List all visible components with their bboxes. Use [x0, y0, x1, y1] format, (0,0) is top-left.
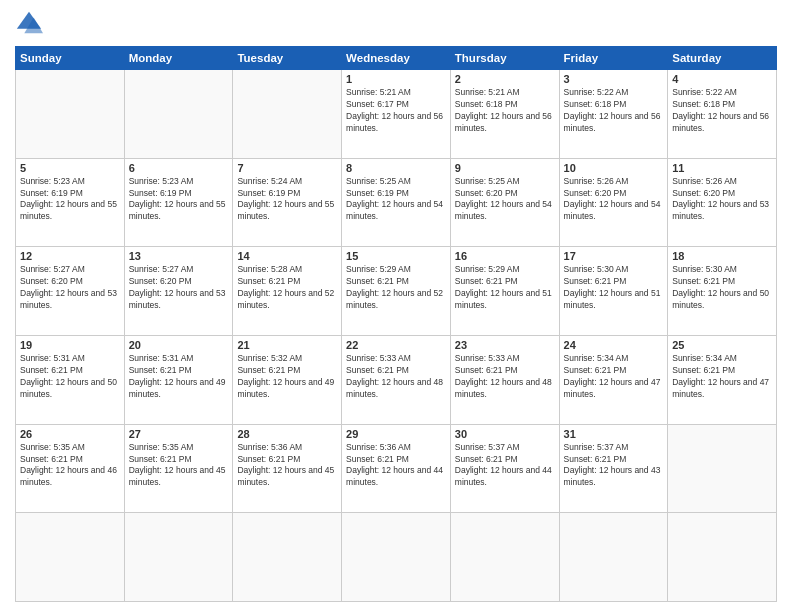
day-info: Sunrise: 5:28 AMSunset: 6:21 PMDaylight:…: [237, 264, 337, 312]
day-number: 14: [237, 250, 337, 262]
day-number: 13: [129, 250, 229, 262]
calendar-cell: 30Sunrise: 5:37 AMSunset: 6:21 PMDayligh…: [450, 424, 559, 513]
day-number: 9: [455, 162, 555, 174]
day-number: 20: [129, 339, 229, 351]
calendar-cell: 14Sunrise: 5:28 AMSunset: 6:21 PMDayligh…: [233, 247, 342, 336]
day-info: Sunrise: 5:25 AMSunset: 6:20 PMDaylight:…: [455, 176, 555, 224]
day-number: 28: [237, 428, 337, 440]
calendar-cell: 15Sunrise: 5:29 AMSunset: 6:21 PMDayligh…: [342, 247, 451, 336]
day-number: 5: [20, 162, 120, 174]
day-info: Sunrise: 5:23 AMSunset: 6:19 PMDaylight:…: [129, 176, 229, 224]
day-info: Sunrise: 5:36 AMSunset: 6:21 PMDaylight:…: [237, 442, 337, 490]
day-number: 22: [346, 339, 446, 351]
day-number: 24: [564, 339, 664, 351]
weekday-header-monday: Monday: [124, 47, 233, 70]
day-info: Sunrise: 5:22 AMSunset: 6:18 PMDaylight:…: [672, 87, 772, 135]
calendar-cell: 12Sunrise: 5:27 AMSunset: 6:20 PMDayligh…: [16, 247, 125, 336]
day-info: Sunrise: 5:34 AMSunset: 6:21 PMDaylight:…: [564, 353, 664, 401]
calendar-cell: [668, 424, 777, 513]
calendar-cell: 1Sunrise: 5:21 AMSunset: 6:17 PMDaylight…: [342, 70, 451, 159]
day-info: Sunrise: 5:27 AMSunset: 6:20 PMDaylight:…: [20, 264, 120, 312]
calendar-row-3: 19Sunrise: 5:31 AMSunset: 6:21 PMDayligh…: [16, 335, 777, 424]
day-number: 7: [237, 162, 337, 174]
calendar-cell: 22Sunrise: 5:33 AMSunset: 6:21 PMDayligh…: [342, 335, 451, 424]
calendar-cell: 13Sunrise: 5:27 AMSunset: 6:20 PMDayligh…: [124, 247, 233, 336]
calendar-cell: 27Sunrise: 5:35 AMSunset: 6:21 PMDayligh…: [124, 424, 233, 513]
header: [15, 10, 777, 38]
calendar-cell: [233, 513, 342, 602]
day-number: 4: [672, 73, 772, 85]
calendar-row-4: 26Sunrise: 5:35 AMSunset: 6:21 PMDayligh…: [16, 424, 777, 513]
calendar-cell: 24Sunrise: 5:34 AMSunset: 6:21 PMDayligh…: [559, 335, 668, 424]
calendar-cell: 6Sunrise: 5:23 AMSunset: 6:19 PMDaylight…: [124, 158, 233, 247]
day-number: 18: [672, 250, 772, 262]
calendar-cell: 25Sunrise: 5:34 AMSunset: 6:21 PMDayligh…: [668, 335, 777, 424]
calendar-cell: 29Sunrise: 5:36 AMSunset: 6:21 PMDayligh…: [342, 424, 451, 513]
day-number: 29: [346, 428, 446, 440]
day-number: 26: [20, 428, 120, 440]
calendar-row-2: 12Sunrise: 5:27 AMSunset: 6:20 PMDayligh…: [16, 247, 777, 336]
calendar-cell: [668, 513, 777, 602]
day-info: Sunrise: 5:33 AMSunset: 6:21 PMDaylight:…: [346, 353, 446, 401]
calendar-cell: 7Sunrise: 5:24 AMSunset: 6:19 PMDaylight…: [233, 158, 342, 247]
day-info: Sunrise: 5:33 AMSunset: 6:21 PMDaylight:…: [455, 353, 555, 401]
day-info: Sunrise: 5:24 AMSunset: 6:19 PMDaylight:…: [237, 176, 337, 224]
calendar-cell: 16Sunrise: 5:29 AMSunset: 6:21 PMDayligh…: [450, 247, 559, 336]
page: SundayMondayTuesdayWednesdayThursdayFrid…: [0, 0, 792, 612]
day-info: Sunrise: 5:37 AMSunset: 6:21 PMDaylight:…: [564, 442, 664, 490]
calendar-cell: [16, 70, 125, 159]
calendar-cell: 10Sunrise: 5:26 AMSunset: 6:20 PMDayligh…: [559, 158, 668, 247]
day-info: Sunrise: 5:34 AMSunset: 6:21 PMDaylight:…: [672, 353, 772, 401]
calendar-cell: [559, 513, 668, 602]
day-number: 16: [455, 250, 555, 262]
logo-icon: [15, 10, 43, 38]
calendar-cell: [342, 513, 451, 602]
day-number: 8: [346, 162, 446, 174]
calendar-row-0: 1Sunrise: 5:21 AMSunset: 6:17 PMDaylight…: [16, 70, 777, 159]
day-number: 23: [455, 339, 555, 351]
day-info: Sunrise: 5:35 AMSunset: 6:21 PMDaylight:…: [20, 442, 120, 490]
calendar-cell: 18Sunrise: 5:30 AMSunset: 6:21 PMDayligh…: [668, 247, 777, 336]
day-info: Sunrise: 5:25 AMSunset: 6:19 PMDaylight:…: [346, 176, 446, 224]
day-info: Sunrise: 5:30 AMSunset: 6:21 PMDaylight:…: [564, 264, 664, 312]
calendar-row-5: [16, 513, 777, 602]
day-number: 12: [20, 250, 120, 262]
calendar-cell: 20Sunrise: 5:31 AMSunset: 6:21 PMDayligh…: [124, 335, 233, 424]
day-info: Sunrise: 5:26 AMSunset: 6:20 PMDaylight:…: [564, 176, 664, 224]
day-number: 19: [20, 339, 120, 351]
weekday-header-tuesday: Tuesday: [233, 47, 342, 70]
day-info: Sunrise: 5:27 AMSunset: 6:20 PMDaylight:…: [129, 264, 229, 312]
day-number: 15: [346, 250, 446, 262]
calendar-cell: [233, 70, 342, 159]
calendar-cell: 19Sunrise: 5:31 AMSunset: 6:21 PMDayligh…: [16, 335, 125, 424]
day-info: Sunrise: 5:35 AMSunset: 6:21 PMDaylight:…: [129, 442, 229, 490]
day-number: 25: [672, 339, 772, 351]
day-number: 2: [455, 73, 555, 85]
day-info: Sunrise: 5:23 AMSunset: 6:19 PMDaylight:…: [20, 176, 120, 224]
day-number: 27: [129, 428, 229, 440]
calendar-cell: [450, 513, 559, 602]
day-info: Sunrise: 5:21 AMSunset: 6:18 PMDaylight:…: [455, 87, 555, 135]
calendar-cell: 8Sunrise: 5:25 AMSunset: 6:19 PMDaylight…: [342, 158, 451, 247]
calendar-cell: 31Sunrise: 5:37 AMSunset: 6:21 PMDayligh…: [559, 424, 668, 513]
day-info: Sunrise: 5:21 AMSunset: 6:17 PMDaylight:…: [346, 87, 446, 135]
day-info: Sunrise: 5:30 AMSunset: 6:21 PMDaylight:…: [672, 264, 772, 312]
weekday-header-row: SundayMondayTuesdayWednesdayThursdayFrid…: [16, 47, 777, 70]
weekday-header-friday: Friday: [559, 47, 668, 70]
calendar-cell: 5Sunrise: 5:23 AMSunset: 6:19 PMDaylight…: [16, 158, 125, 247]
calendar-cell: 26Sunrise: 5:35 AMSunset: 6:21 PMDayligh…: [16, 424, 125, 513]
calendar-cell: 2Sunrise: 5:21 AMSunset: 6:18 PMDaylight…: [450, 70, 559, 159]
weekday-header-sunday: Sunday: [16, 47, 125, 70]
weekday-header-saturday: Saturday: [668, 47, 777, 70]
calendar-cell: 4Sunrise: 5:22 AMSunset: 6:18 PMDaylight…: [668, 70, 777, 159]
calendar-cell: 17Sunrise: 5:30 AMSunset: 6:21 PMDayligh…: [559, 247, 668, 336]
day-number: 21: [237, 339, 337, 351]
weekday-header-wednesday: Wednesday: [342, 47, 451, 70]
calendar-cell: 3Sunrise: 5:22 AMSunset: 6:18 PMDaylight…: [559, 70, 668, 159]
day-number: 11: [672, 162, 772, 174]
day-info: Sunrise: 5:31 AMSunset: 6:21 PMDaylight:…: [129, 353, 229, 401]
day-number: 1: [346, 73, 446, 85]
day-number: 31: [564, 428, 664, 440]
weekday-header-thursday: Thursday: [450, 47, 559, 70]
day-number: 30: [455, 428, 555, 440]
